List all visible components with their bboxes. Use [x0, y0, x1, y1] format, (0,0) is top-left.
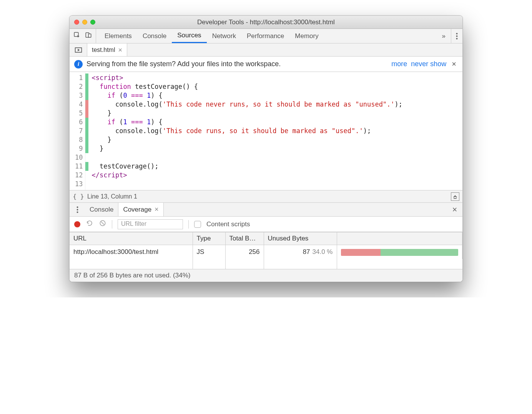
- svg-rect-2: [88, 34, 91, 37]
- svg-point-3: [456, 33, 458, 34]
- coverage-gutter: [85, 72, 88, 190]
- url-filter-input[interactable]: URL filter: [118, 219, 183, 229]
- coverage-type: JS: [193, 245, 225, 259]
- info-never-show-link[interactable]: never show: [411, 60, 446, 68]
- close-window-icon[interactable]: [74, 20, 79, 25]
- window-title: Developer Tools - http://localhost:3000/…: [70, 18, 462, 26]
- minimize-window-icon[interactable]: [82, 20, 87, 25]
- svg-point-4: [456, 35, 458, 37]
- drawer-tab-console[interactable]: Console: [85, 203, 118, 216]
- coverage-col-header[interactable]: URL: [70, 232, 193, 245]
- coverage-col-header[interactable]: Total B…: [225, 232, 264, 245]
- content-scripts-label: Content scripts: [206, 220, 250, 228]
- panel-tab-console[interactable]: Console: [137, 29, 172, 43]
- device-toolbar-icon[interactable]: [85, 32, 92, 40]
- drawer-tab-close-icon[interactable]: ×: [155, 205, 159, 214]
- file-tab-label: test.html: [92, 47, 115, 53]
- code-content[interactable]: <script> function testCoverage() { if (0…: [88, 72, 462, 190]
- panel-tab-sources[interactable]: Sources: [172, 29, 206, 43]
- coverage-table: URLTypeTotal B…Unused Bytes http://local…: [70, 232, 462, 269]
- coverage-toolbar: URL filter Content scripts: [70, 217, 462, 232]
- drawer-tabs: ConsoleCoverage× ×: [70, 203, 462, 217]
- info-more-link[interactable]: more: [391, 60, 407, 68]
- coverage-col-header[interactable]: Type: [193, 232, 225, 245]
- panel-tab-elements[interactable]: Elements: [99, 29, 137, 43]
- svg-point-5: [456, 38, 458, 39]
- settings-kebab-icon[interactable]: [451, 29, 462, 43]
- coverage-summary: 87 B of 256 B bytes are not used. (34%): [70, 269, 462, 282]
- panel-tab-memory[interactable]: Memory: [289, 29, 324, 43]
- svg-point-8: [76, 206, 78, 208]
- editor-status-bar: { } Line 13, Column 1: [70, 190, 462, 203]
- workspace-info-bar: i Serving from the file system? Add your…: [70, 57, 462, 72]
- main-toolbar: ElementsConsoleSourcesNetworkPerformance…: [70, 29, 462, 43]
- file-tab-row: test.html ×: [70, 43, 462, 57]
- content-scripts-checkbox[interactable]: [194, 221, 201, 228]
- record-icon[interactable]: [74, 221, 80, 227]
- file-tab-close-icon[interactable]: ×: [118, 47, 122, 53]
- panel-tab-performance[interactable]: Performance: [241, 29, 289, 43]
- reload-icon[interactable]: [86, 220, 93, 229]
- devtools-window: Developer Tools - http://localhost:3000/…: [69, 15, 463, 282]
- source-editor[interactable]: 12345678910111213 <script> function test…: [70, 72, 462, 190]
- coverage-col-header[interactable]: [337, 232, 462, 245]
- titlebar: Developer Tools - http://localhost:3000/…: [70, 16, 462, 29]
- coverage-table-header: URLTypeTotal B…Unused Bytes: [70, 232, 462, 245]
- svg-point-9: [76, 209, 78, 210]
- maximize-window-icon[interactable]: [90, 20, 95, 25]
- window-controls: [74, 20, 95, 25]
- drawer-tab-coverage[interactable]: Coverage×: [118, 203, 163, 216]
- drawer-close-icon[interactable]: ×: [447, 203, 462, 216]
- svg-point-10: [76, 211, 78, 213]
- coverage-total: 256: [225, 245, 264, 259]
- panel-tab-network[interactable]: Network: [207, 29, 241, 43]
- cursor-position: Line 13, Column 1: [87, 193, 137, 200]
- coverage-url: http://localhost:3000/test.html: [70, 245, 193, 259]
- clear-icon[interactable]: [99, 220, 106, 229]
- collapse-icon[interactable]: [451, 192, 459, 201]
- coverage-col-header[interactable]: Unused Bytes: [264, 232, 337, 245]
- file-tab[interactable]: test.html ×: [87, 43, 127, 56]
- drawer-kebab-icon[interactable]: [70, 203, 85, 216]
- info-icon: i: [74, 60, 83, 68]
- more-panels-icon[interactable]: »: [437, 32, 451, 40]
- debugger-resume-icon[interactable]: [70, 43, 87, 56]
- svg-rect-7: [454, 198, 457, 199]
- coverage-row[interactable]: http://localhost:3000/test.htmlJS2568734…: [70, 245, 462, 259]
- panel-tabs: ElementsConsoleSourcesNetworkPerformance…: [96, 29, 437, 43]
- coverage-bar: [337, 245, 462, 259]
- coverage-unused: 8734.0 %: [264, 245, 337, 259]
- info-text: Serving from the file system? Add your f…: [86, 60, 281, 68]
- inspect-element-icon[interactable]: [73, 32, 80, 40]
- info-close-icon[interactable]: ×: [450, 60, 458, 68]
- pretty-print-icon[interactable]: { }: [70, 193, 87, 200]
- line-number-gutter: 12345678910111213: [70, 72, 85, 190]
